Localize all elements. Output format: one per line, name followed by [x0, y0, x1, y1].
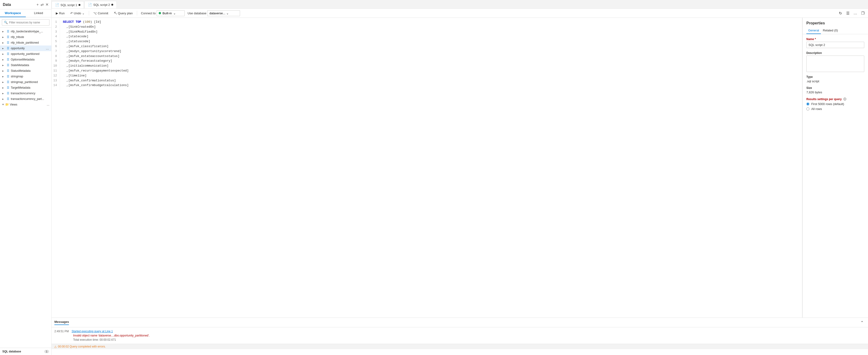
code-text[interactable]: SELECT TOP (100) [Id] ,[SinkCreatedOn] ,…: [60, 18, 131, 90]
props-tab-related[interactable]: Related (0): [821, 27, 840, 34]
list-item[interactable]: ► ☰ opportunity_partitioned …: [0, 51, 51, 57]
collapse-icon[interactable]: ⇄: [40, 2, 43, 7]
item-label: stringmap_partitioned: [11, 81, 44, 84]
message-link[interactable]: Started executing query at Line 1: [71, 330, 113, 333]
description-label: Description: [806, 51, 864, 55]
code-content[interactable]: 12345 678910 11121314 SELECT TOP (100) […: [52, 18, 802, 318]
prop-results-group: Results settings per query ⓘ First 5000 …: [806, 97, 864, 111]
description-textarea[interactable]: [806, 56, 864, 72]
list-item[interactable]: ► ☰ StatusMetadata …: [0, 68, 51, 73]
list-item[interactable]: ► ☰ opportunity …: [0, 46, 51, 51]
table-icon: ☰: [6, 35, 10, 39]
sql-database-label: SQL database: [2, 350, 21, 353]
messages-header: Messages ⌃: [52, 318, 868, 327]
prop-name-group: Name *: [806, 37, 864, 48]
tab-linked[interactable]: Linked: [26, 9, 52, 17]
message-total: Total execution time: 00:00:02.671: [54, 338, 865, 342]
list-item[interactable]: ► ☰ stringmap …: [0, 73, 51, 79]
tab-sql1-label: SQL script 1: [60, 3, 77, 7]
radio-all-rows[interactable]: All rows: [806, 107, 864, 111]
item-label: nfp_tribute: [11, 35, 44, 39]
size-label: Size: [806, 86, 864, 90]
query-plan-button[interactable]: ⛏ Query plan: [112, 10, 135, 16]
message-time: 2:49:51 PM: [54, 330, 69, 333]
toolbar-right: ↻ ☰ … ❐: [837, 10, 866, 17]
item-label: opportunity_partitioned: [11, 52, 44, 56]
add-icon[interactable]: +: [37, 3, 39, 7]
name-label: Name *: [806, 37, 864, 41]
sql-file-icon: 📄: [88, 3, 92, 6]
list-item[interactable]: ► ☰ nfp_taxdeclarationtype_... …: [0, 29, 51, 34]
code-lines: 12345 678910 11121314 SELECT TOP (100) […: [52, 18, 802, 90]
sidebar-title: Data: [3, 3, 11, 7]
table-icon: ☰: [6, 86, 10, 89]
chevron-right-icon: ►: [2, 70, 5, 72]
list-item[interactable]: ► ☰ StateMetadata …: [0, 62, 51, 68]
connect-select[interactable]: Built-in ⌄: [157, 10, 185, 16]
refresh-button[interactable]: ↻: [837, 10, 844, 17]
more-icon[interactable]: …: [45, 47, 50, 50]
item-label: OptionsetMetadata: [11, 58, 44, 61]
messages-panel: Messages ⌃ 2:49:51 PM Started executing …: [52, 318, 868, 355]
commit-icon: ⌥: [93, 11, 97, 15]
chevron-right-icon: ►: [2, 53, 5, 55]
commit-button[interactable]: ⌥ Commit: [91, 10, 111, 16]
sidebar-header: Data + ⇄ ✕: [0, 0, 51, 9]
results-label: Results settings per query ⓘ: [806, 97, 864, 101]
list-item[interactable]: ► ☰ transactioncurrency …: [0, 90, 51, 96]
item-label: StateMetadata: [11, 63, 44, 67]
tab-sql1[interactable]: 📄 SQL script 1: [52, 1, 84, 8]
chevron-right-icon: ►: [2, 75, 5, 78]
filter-resources-input[interactable]: [9, 21, 48, 24]
use-database-label: Use database: [188, 11, 206, 15]
messages-body: 2:49:51 PM Started executing query at Li…: [52, 327, 868, 344]
builtin-label: Built-in: [162, 11, 172, 15]
chevron-right-icon: ►: [2, 30, 5, 33]
settings-button[interactable]: ☰: [844, 10, 851, 17]
prop-type-group: Type .sql script: [806, 75, 864, 83]
code-editor: 12345 678910 11121314 SELECT TOP (100) […: [52, 18, 802, 318]
tab-workspace[interactable]: Workspace: [0, 9, 26, 17]
item-label: stringmap: [11, 75, 44, 78]
run-button[interactable]: ▶ Run: [54, 10, 67, 16]
sidebar-tabs: Workspace Linked: [0, 9, 51, 17]
query-plan-icon: ⛏: [114, 11, 117, 15]
sidebar-bottom: SQL database 1: [0, 348, 51, 355]
item-label: opportunity: [11, 47, 44, 50]
props-tab-general[interactable]: General: [806, 27, 821, 34]
table-icon: ☰: [6, 81, 10, 84]
properties-tabs: General Related (0): [803, 27, 868, 34]
message-error: Invalid object name 'dataverse....dbo.op…: [73, 334, 150, 337]
run-label: Run: [59, 11, 65, 15]
collapse-messages-button[interactable]: ⌃: [859, 319, 865, 326]
editor-and-properties: 12345 678910 11121314 SELECT TOP (100) […: [52, 18, 868, 355]
list-item[interactable]: ► ☰ nfp_tribute …: [0, 34, 51, 40]
list-item[interactable]: ► ☰ nfp_tribute_partitioned …: [0, 40, 51, 46]
views-more-icon[interactable]: …: [46, 103, 50, 106]
radio-first-5000-input[interactable]: [806, 102, 809, 106]
editor-toolbar: ▶ Run ↶ Undo ⌄ ⌥ Commit ⛏ Query plan Con…: [52, 9, 868, 18]
table-icon: ☰: [6, 69, 10, 72]
radio-all-rows-input[interactable]: [806, 108, 809, 111]
radio-group-results: First 5000 rows (default) All rows: [806, 102, 864, 111]
chevron-down-icon: ▼: [2, 103, 4, 106]
undo-label: Undo: [74, 11, 81, 15]
name-input[interactable]: [806, 42, 864, 48]
views-section[interactable]: ▼ 📁 Views …: [0, 102, 51, 107]
database-select[interactable]: dataverse... ⌄: [207, 10, 240, 16]
prop-description-group: Description: [806, 51, 864, 72]
sql-database-count: 1: [44, 350, 49, 353]
table-icon: ☰: [6, 92, 10, 95]
list-item[interactable]: ► ☰ OptionsetMetadata …: [0, 57, 51, 62]
item-label: transactioncurrency_part...: [11, 97, 44, 100]
undo-button[interactable]: ↶ Undo ⌄: [68, 10, 87, 16]
expand-button[interactable]: ❐: [860, 10, 866, 17]
list-item[interactable]: ► ☰ stringmap_partitioned …: [0, 79, 51, 85]
more-options-button[interactable]: …: [852, 10, 859, 17]
tab-sql2[interactable]: 📄 SQL script 2: [84, 1, 117, 8]
close-icon[interactable]: ✕: [45, 2, 49, 7]
radio-first-5000[interactable]: First 5000 rows (default): [806, 102, 864, 106]
list-item[interactable]: ► ☰ TargetMetadata …: [0, 85, 51, 90]
list-item[interactable]: ► ☰ transactioncurrency_part... …: [0, 96, 51, 102]
table-icon: ☰: [6, 63, 10, 67]
